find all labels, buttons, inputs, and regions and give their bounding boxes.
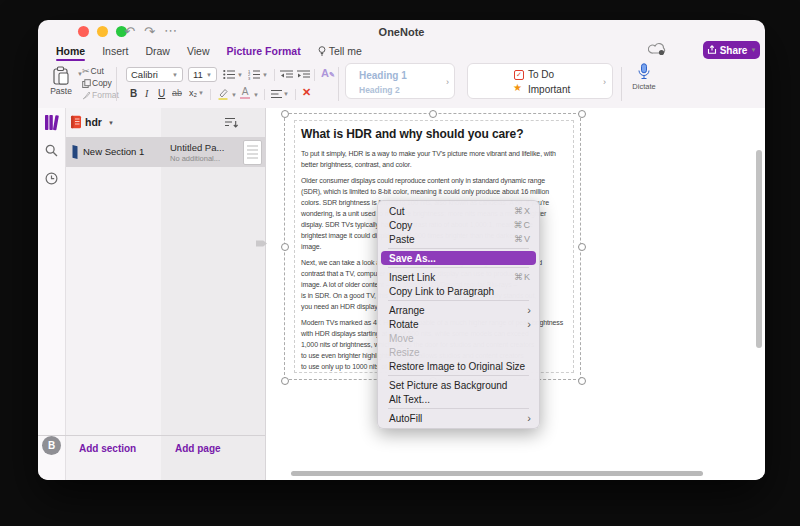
chevron-down-icon: ▼	[750, 47, 756, 53]
redo-icon[interactable]: ↷	[144, 25, 155, 38]
tab-tell-me[interactable]: Tell me	[318, 45, 362, 60]
notebook-name[interactable]: hdr	[85, 116, 102, 128]
chevron-down-icon[interactable]: ▼	[231, 92, 237, 98]
dictate-button[interactable]: Dictate	[627, 63, 661, 91]
styles-pane-icon[interactable]: A✎	[321, 67, 335, 79]
group-separator	[264, 89, 265, 100]
menu-item-alt-text[interactable]: Alt Text...	[378, 392, 539, 406]
clipboard-icon	[46, 66, 76, 86]
resize-handle[interactable]	[429, 110, 437, 118]
menu-item-save-as[interactable]: Save As...	[381, 251, 536, 265]
paragraph-grip-icon[interactable]	[255, 239, 268, 248]
menu-item-paste[interactable]: Paste⌘V	[378, 232, 539, 246]
alignment-button[interactable]: ▼	[271, 89, 289, 99]
bold-button[interactable]: B	[130, 88, 137, 99]
strikethrough-button[interactable]: ab	[172, 88, 182, 98]
text-line: To put it simply, HDR is a way to make y…	[301, 148, 567, 159]
minimize-window-button[interactable]	[97, 26, 108, 37]
sort-pages-icon[interactable]	[225, 117, 238, 128]
bullet-list-button[interactable]: ▼	[223, 69, 243, 80]
numbered-list-icon: 123	[248, 69, 261, 80]
indent-button[interactable]	[297, 70, 310, 80]
menu-item-label: Cut	[389, 206, 405, 217]
add-section-button[interactable]: Add section	[79, 443, 136, 454]
menu-item-set-picture-as-background[interactable]: Set Picture as Background	[378, 378, 539, 392]
style-heading2[interactable]: Heading 2	[359, 85, 400, 95]
menu-item-insert-link[interactable]: Insert Link⌘K	[378, 270, 539, 284]
delete-icon[interactable]: ✕	[302, 86, 311, 99]
page-subtitle: No additional...	[170, 154, 220, 163]
share-button[interactable]: Share ▼	[703, 41, 760, 59]
divider	[38, 435, 265, 436]
menu-separator	[388, 267, 529, 268]
menu-item-arrange[interactable]: Arrange›	[378, 303, 539, 317]
add-page-button[interactable]: Add page	[175, 443, 221, 454]
avatar[interactable]: B	[42, 436, 61, 455]
resize-handle[interactable]	[578, 377, 586, 385]
tab-view[interactable]: View	[187, 45, 210, 60]
subscript-button[interactable]: x₂▼	[189, 88, 204, 98]
menu-item-label: Move	[389, 333, 413, 344]
chevron-right-icon[interactable]: ›	[603, 77, 606, 87]
resize-handle[interactable]	[281, 110, 289, 118]
search-icon[interactable]	[45, 144, 58, 157]
tag-todo[interactable]: To Do	[528, 69, 554, 80]
underline-button[interactable]: U	[158, 88, 165, 99]
resize-handle[interactable]	[281, 377, 289, 385]
highlight-color-button[interactable]	[217, 88, 229, 100]
menu-item-label: Save As...	[389, 253, 436, 264]
chevron-down-icon[interactable]: ▼	[253, 92, 259, 98]
more-icon[interactable]: ⋯	[164, 24, 177, 37]
sections-panel: hdr ▼ New Section 1 Add section	[65, 108, 161, 480]
page-thumbnail	[243, 140, 262, 165]
notebooks-icon[interactable]	[44, 114, 60, 131]
scissors-icon: ✂	[82, 66, 90, 76]
resize-handle[interactable]	[578, 110, 586, 118]
numbered-list-button[interactable]: 123 ▼	[248, 69, 268, 80]
microphone-icon	[627, 63, 661, 81]
cut-button[interactable]: ✂ Cut	[82, 66, 104, 76]
italic-button[interactable]: I	[145, 88, 148, 99]
undo-icon[interactable]: ↶	[124, 25, 135, 38]
copy-button[interactable]: Copy	[82, 78, 112, 88]
menu-separator	[388, 408, 529, 409]
tab-draw[interactable]: Draw	[145, 45, 170, 60]
menu-item-label: Paste	[389, 234, 415, 245]
menu-item-rotate[interactable]: Rotate›	[378, 317, 539, 331]
menu-item-autofill[interactable]: AutoFill›	[378, 411, 539, 425]
tag-important[interactable]: Important	[528, 84, 570, 95]
section-name: New Section 1	[83, 146, 144, 157]
menu-item-label: Restore Image to Original Size	[389, 361, 525, 372]
paste-button[interactable]: Paste	[46, 66, 76, 102]
recent-notes-icon[interactable]	[45, 172, 58, 185]
tags-gallery[interactable]: ✓ To Do ★ Important ›	[467, 63, 613, 99]
group-separator	[314, 69, 315, 81]
close-window-button[interactable]	[78, 26, 89, 37]
vertical-scrollbar[interactable]	[756, 150, 762, 348]
resize-handle[interactable]	[578, 243, 586, 251]
menu-shortcut: ⌘X	[514, 206, 531, 216]
menu-item-copy-link-to-paragraph[interactable]: Copy Link to Paragraph	[378, 284, 539, 298]
todo-checkbox-icon: ✓	[514, 70, 524, 80]
menu-item-copy[interactable]: Copy⌘C	[378, 218, 539, 232]
menu-item-restore-image-to-original-size[interactable]: Restore Image to Original Size	[378, 359, 539, 373]
notebook-chevron-icon[interactable]: ▼	[108, 120, 114, 126]
tab-home[interactable]: Home	[56, 45, 85, 60]
section-item[interactable]: New Section 1	[66, 137, 162, 167]
format-painter-button[interactable]: Format	[82, 90, 119, 100]
ribbon-tabs: Home Insert Draw View Picture Format Tel…	[56, 45, 362, 61]
chevron-right-icon[interactable]: ›	[446, 77, 449, 87]
page-title: Untitled Pa...	[170, 142, 224, 153]
styles-gallery[interactable]: Heading 1 Heading 2 ›	[345, 63, 455, 99]
resize-handle[interactable]	[281, 243, 289, 251]
tab-insert[interactable]: Insert	[102, 45, 128, 60]
font-color-button[interactable]: A	[240, 87, 250, 99]
menu-item-cut[interactable]: Cut⌘X	[378, 204, 539, 218]
font-name-select[interactable]: Calibri▼	[126, 67, 183, 82]
style-heading1[interactable]: Heading 1	[359, 70, 407, 81]
font-size-select[interactable]: 11▼	[188, 67, 217, 82]
outdent-button[interactable]	[280, 70, 293, 80]
horizontal-scrollbar[interactable]	[291, 471, 703, 476]
page-item[interactable]: Untitled Pa... No additional...	[161, 137, 265, 167]
tab-picture-format[interactable]: Picture Format	[227, 45, 301, 60]
